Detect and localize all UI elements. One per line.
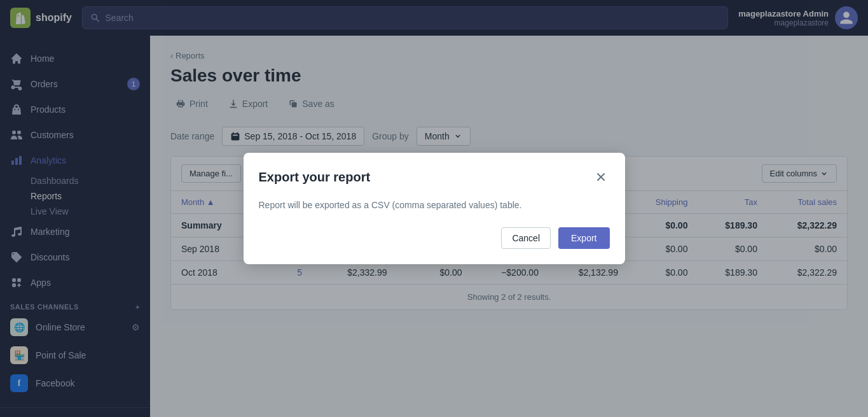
modal-footer: Cancel Export <box>259 227 610 249</box>
export-modal: Export your report Report will be export… <box>244 153 625 264</box>
cancel-button[interactable]: Cancel <box>501 227 551 249</box>
modal-overlay[interactable]: Export your report Report will be export… <box>0 0 868 417</box>
modal-header: Export your report <box>259 168 610 186</box>
export-confirm-button[interactable]: Export <box>558 227 609 249</box>
close-icon <box>595 171 607 183</box>
modal-title: Export your report <box>259 170 371 185</box>
modal-body: Report will be exported as a CSV (comma … <box>259 199 610 212</box>
modal-close-button[interactable] <box>592 168 610 186</box>
